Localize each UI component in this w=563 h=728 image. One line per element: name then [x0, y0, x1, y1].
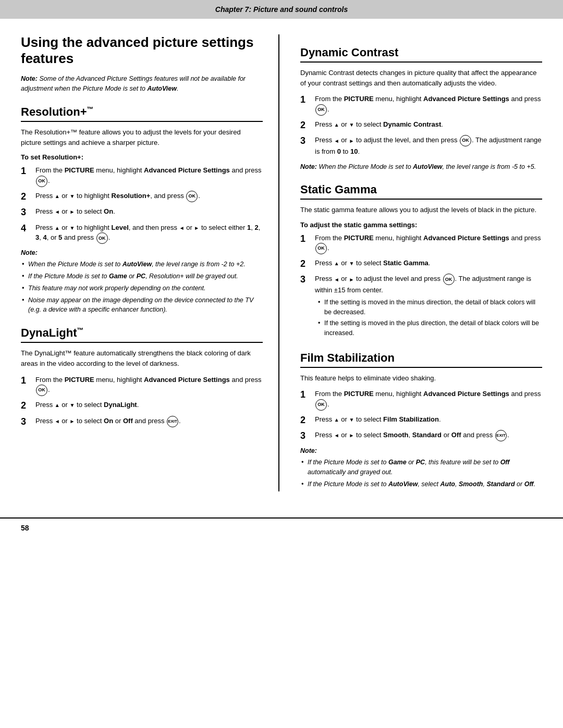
arrow-right-icon	[194, 224, 199, 231]
sg-step-1: 1 From the PICTURE menu, highlight Advan…	[300, 233, 542, 255]
left-column: Using the advanced picture settings feat…	[21, 34, 279, 491]
ok-button-icon: OK	[36, 176, 47, 187]
page-footer: 58	[0, 517, 563, 537]
ok-button-icon: OK	[315, 399, 327, 411]
film-stabilization-section: Film Stabilization This feature helps to…	[300, 351, 542, 489]
arrow-up-icon	[55, 224, 60, 231]
step-num-3: 3	[300, 135, 312, 147]
dc-step-1: 1 From the PICTURE menu, highlight Advan…	[300, 94, 542, 116]
step-num-1: 1	[21, 165, 32, 177]
ok-button-icon: OK	[315, 104, 327, 116]
static-gamma-section: Static Gamma The static gamma feature al…	[300, 183, 542, 340]
main-note: Note: Some of the Advanced Picture Setti…	[21, 74, 263, 94]
step-text-1: From the PICTURE menu, highlight Advance…	[315, 94, 542, 116]
step-num-3: 3	[21, 206, 32, 218]
dc-step-3: 3 Press or to adjust the level, and then…	[300, 135, 542, 157]
dynamic-contrast-section: Dynamic Contrast Dynamic Contrast detect…	[300, 46, 542, 171]
step-text-2: Press or to select DynaLight.	[35, 400, 263, 410]
dynalight-tm: ™	[77, 326, 84, 334]
step-num-2: 2	[21, 191, 32, 203]
resolution-plus-title: Resolution+™	[21, 105, 263, 122]
step-num-1: 1	[300, 94, 312, 106]
step-text-1: From the PICTURE menu, highlight Advance…	[35, 165, 263, 187]
step-text-1: From the PICTURE menu, highlight Advance…	[35, 375, 263, 397]
static-gamma-steps: 1 From the PICTURE menu, highlight Advan…	[300, 233, 542, 340]
step-text-4: Press or to highlight Level, and then pr…	[35, 223, 263, 244]
step-text-3: Press or to select On.	[35, 206, 263, 217]
arrow-right-icon	[70, 207, 75, 215]
dynamic-contrast-desc: Dynamic Contrast detects changes in pict…	[300, 68, 542, 89]
arrow-up-icon	[55, 401, 60, 409]
resolution-steps: 1 From the PICTURE menu, highlight Advan…	[21, 165, 263, 244]
arrow-up-icon	[334, 259, 339, 267]
step-text-2: Press or to select Static Gamma.	[315, 258, 542, 268]
step-num-4: 4	[21, 223, 32, 235]
step-text-2: Press or to select Film Stabilization.	[315, 414, 542, 425]
arrow-up-icon	[55, 192, 60, 200]
exit-button-icon: EXIT	[495, 430, 507, 441]
step-num-2: 2	[21, 400, 32, 412]
fs-step-3: 3 Press or to select Smooth, Standard or…	[300, 430, 542, 442]
step-text-3: Press or to adjust the level and press O…	[315, 274, 542, 340]
step-text-1: From the PICTURE menu, highlight Advance…	[315, 233, 542, 255]
fs-step-2: 2 Press or to select Film Stabilization.	[300, 414, 542, 426]
step-num-1: 1	[300, 233, 312, 245]
page-header: Chapter 7: Picture and sound controls	[0, 0, 563, 19]
step-text-3: Press or to select Smooth, Standard or O…	[315, 430, 542, 441]
film-stabilization-steps: 1 From the PICTURE menu, highlight Advan…	[300, 389, 542, 442]
arrow-down-icon	[349, 259, 354, 267]
ok-button-icon: OK	[186, 191, 198, 202]
resolution-step-1: 1 From the PICTURE menu, highlight Advan…	[21, 165, 263, 187]
dynalight-title: DynaLight™	[21, 326, 263, 343]
resolution-notes: When the Picture Mode is set to AutoView…	[21, 260, 263, 315]
step-num-3: 3	[21, 416, 32, 428]
page-number: 58	[21, 524, 29, 532]
step-text-2: Press or to select Dynamic Contrast.	[315, 119, 542, 130]
arrow-right-icon	[70, 417, 75, 425]
step-num-2: 2	[300, 119, 312, 131]
res-note-4: Noise may appear on the image depending …	[21, 295, 263, 315]
arrow-left-icon	[334, 137, 339, 144]
step-num-2: 2	[300, 258, 312, 270]
step-num-2: 2	[300, 414, 312, 426]
exit-button-icon: EXIT	[167, 416, 178, 427]
dc-note: Note: When the Picture Mode is set to Au…	[300, 162, 542, 172]
fs-note-1: If the Picture Mode is set to Game or PC…	[300, 458, 542, 477]
arrow-down-icon	[70, 192, 75, 200]
fs-notes: If the Picture Mode is set to Game or PC…	[300, 458, 542, 489]
fs-step-1: 1 From the PICTURE menu, highlight Advan…	[300, 389, 542, 411]
sg-step-2: 2 Press or to select Static Gamma.	[300, 258, 542, 270]
arrow-down-icon	[70, 224, 75, 231]
resolution-step-3: 3 Press or to select On.	[21, 206, 263, 218]
film-stabilization-desc: This feature helps to eliminate video sh…	[300, 373, 542, 384]
res-note-3: This feature may not work properly depen…	[21, 283, 263, 293]
resolution-sub-label: To set Resolution+:	[21, 153, 263, 161]
arrow-down-icon	[70, 401, 75, 409]
step-num-1: 1	[300, 389, 312, 401]
step-text-2: Press or to highlight Resolution+, and p…	[35, 191, 263, 202]
step-text-3: Press or to select On or Off and press E…	[35, 416, 263, 427]
ok-button-icon: OK	[460, 135, 471, 146]
arrow-right-icon	[349, 431, 354, 439]
step-text-1: From the PICTURE menu, highlight Advance…	[315, 389, 542, 411]
res-note-2: If the Picture Mode is set to Game or PC…	[21, 272, 263, 281]
static-gamma-desc: The static gamma feature allows you to a…	[300, 205, 542, 215]
step-num-3: 3	[300, 274, 312, 286]
arrow-left-icon	[55, 417, 60, 425]
ok-button-icon: OK	[315, 243, 327, 254]
arrow-left-icon	[179, 224, 185, 231]
ok-button-icon: OK	[96, 232, 108, 244]
main-note-text: Some of the Advanced Picture Settings fe…	[21, 75, 246, 92]
sg-sub-bullets: If the setting is moved in the minus dir…	[317, 298, 542, 338]
dynalight-desc: The DynaLight™ feature automatically str…	[21, 348, 263, 369]
resolution-step-2: 2 Press or to highlight Resolution+, and…	[21, 191, 263, 203]
step-num-1: 1	[21, 375, 32, 387]
page-content: Using the advanced picture settings feat…	[0, 19, 563, 512]
arrow-down-icon	[349, 120, 354, 128]
arrow-left-icon	[334, 275, 339, 283]
main-title: Using the advanced picture settings feat…	[21, 34, 263, 67]
ok-button-icon: OK	[443, 274, 455, 285]
arrow-left-icon	[55, 207, 60, 215]
arrow-right-icon	[349, 137, 354, 144]
arrow-down-icon	[349, 415, 354, 423]
